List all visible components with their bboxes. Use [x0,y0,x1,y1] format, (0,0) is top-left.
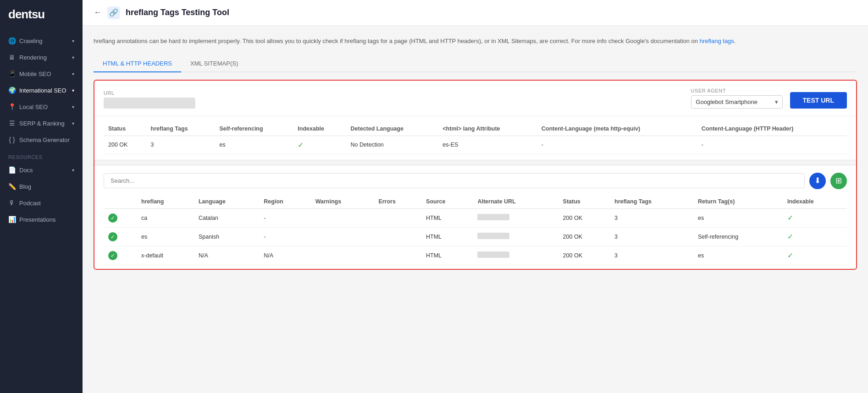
cell-warnings [311,208,374,227]
results-table-wrap: Status hreflang Tags Self-referencing In… [94,116,856,160]
back-button[interactable]: ← [94,8,102,17]
col-d-hreflang-tags: hreflang Tags [610,195,693,209]
logo: dentsu [0,0,83,29]
content-area: hreflang annotations can be hard to impl… [83,26,868,393]
detail-table: hreflang Language Region Warnings Errors… [104,195,847,265]
cell-self-ref: es [215,136,293,154]
search-row: ⬇ ⊞ [104,173,847,189]
sidebar-item-blog[interactable]: ✏️ Blog [0,178,83,195]
schema-icon: { } [8,136,16,143]
crawling-icon: 🌐 [8,37,16,44]
cell-hreflang-tags: 3 [610,208,693,227]
rendering-icon: 🖥 [8,54,16,61]
sidebar-item-mobile-seo[interactable]: 📱 Mobile SEO ▾ [0,66,83,82]
user-agent-field: User Agent Googlebot Smartphone Googlebo… [691,88,783,109]
cell-hreflang-tags: 3 [610,227,693,246]
check-circle-icon: ✓ [108,232,117,241]
tab-html-headers[interactable]: HTML & HTTP HEADERS [94,55,181,72]
user-agent-select[interactable]: Googlebot Smartphone Googlebot Desktop B… [691,95,783,109]
sidebar-item-podcast[interactable]: 🎙 Podcast [0,195,83,211]
cell-errors [374,208,421,227]
col-content-lang-meta: Content-Language (meta http-equiv) [537,122,697,136]
sidebar-item-rendering[interactable]: 🖥 Rendering ▾ [0,49,83,66]
sidebar-item-docs[interactable]: 📄 Docs ▾ [0,162,83,178]
test-url-button[interactable]: TEST URL [790,92,847,109]
cell-language: Spanish [194,227,259,246]
check-circle-icon: ✓ [108,213,117,223]
cell-source: HTML [421,208,473,227]
col-d-alternate-url: Alternate URL [473,195,558,209]
cell-language: Catalan [194,208,259,227]
cell-content-http: - [697,136,847,154]
sidebar-item-local-seo[interactable]: 📍 Local SEO ▾ [0,98,83,115]
chevron-icon: ▾ [72,88,74,93]
check-circle-icon: ✓ [108,251,117,260]
cell-warnings [311,246,374,265]
serp-icon: ☰ [8,120,16,127]
presentations-icon: 📊 [8,216,16,223]
col-status: Status [104,122,146,136]
copy-button[interactable]: ⊞ [830,173,847,189]
indexable-check-icon: ✓ [298,141,304,149]
cell-alternate-url [473,208,558,227]
download-button[interactable]: ⬇ [809,173,826,189]
col-content-lang-http: Content-Language (HTTP Header) [697,122,847,136]
cell-return-tag: es [693,246,783,265]
user-agent-select-wrapper: Googlebot Smartphone Googlebot Desktop B… [691,95,783,109]
col-d-indexable: Indexable [783,195,847,209]
col-d-check [104,195,137,209]
cell-status: 200 OK [104,136,146,154]
cell-html-lang: es-ES [438,136,536,154]
chevron-icon: ▾ [72,168,74,173]
cell-status: 200 OK [558,246,610,265]
search-input[interactable] [104,173,805,188]
cell-alternate-url [473,246,558,265]
cell-status: 200 OK [558,227,610,246]
hreflang-link[interactable]: hreflang tags [700,38,734,44]
podcast-icon: 🎙 [8,199,16,207]
cell-hreflang: x-default [137,246,194,265]
chevron-icon: ▾ [72,71,74,76]
cell-region: N/A [259,246,310,265]
sidebar-item-serp-ranking[interactable]: ☰ SERP & Ranking ▾ [0,115,83,131]
chevron-icon: ▾ [72,121,74,126]
col-d-language: Language [194,195,259,209]
sidebar-item-schema-generator[interactable]: { } Schema Generator [0,131,83,148]
user-agent-label: User Agent [691,88,783,93]
cell-warnings [311,227,374,246]
col-d-errors: Errors [374,195,421,209]
cell-return-tag: es [693,208,783,227]
indexable-icon: ✓ [787,214,793,222]
cell-language: N/A [194,246,259,265]
indexable-icon: ✓ [787,251,793,259]
results-header-row: Status hreflang Tags Self-referencing In… [104,122,847,136]
detail-header-row: hreflang Language Region Warnings Errors… [104,195,847,209]
col-hreflang-tags: hreflang Tags [146,122,215,136]
cell-region: - [259,227,310,246]
cell-check: ✓ [104,227,137,246]
cell-hreflang: es [137,227,194,246]
cell-return-tag: Self-referencing [693,227,783,246]
blog-icon: ✏️ [8,183,16,190]
cell-hreflang-tags: 3 [610,246,693,265]
cell-indexable: ✓ [293,136,346,154]
international-icon: 🌍 [8,87,16,94]
table-row: 200 OK 3 es ✓ No Detection es-ES - - [104,136,847,154]
mobile-icon: 📱 [8,70,16,77]
cell-region: - [259,208,310,227]
cell-source: HTML [421,227,473,246]
url-input-blurred[interactable] [104,98,195,109]
indexable-icon: ✓ [787,233,793,240]
col-d-hreflang: hreflang [137,195,194,209]
sidebar-item-international-seo[interactable]: 🌍 International SEO ▾ [0,82,83,98]
cell-status: 200 OK [558,208,610,227]
tab-xml-sitemap[interactable]: XML SITEMAP(S) [181,55,247,72]
results-table: Status hreflang Tags Self-referencing In… [104,122,847,154]
tabs-container: HTML & HTTP HEADERS XML SITEMAP(S) [94,55,857,72]
col-d-source: Source [421,195,473,209]
sidebar-item-presentations[interactable]: 📊 Presentations [0,211,83,228]
topbar: ← 🔗 hreflang Tags Testing Tool [83,0,868,26]
table-row: ✓ x-default N/A N/A HTML 200 OK 3 es ✓ [104,246,847,265]
url-row: URL User Agent Googlebot Smartphone Goog… [94,81,856,116]
sidebar-item-crawling[interactable]: 🌐 Crawling ▾ [0,33,83,49]
